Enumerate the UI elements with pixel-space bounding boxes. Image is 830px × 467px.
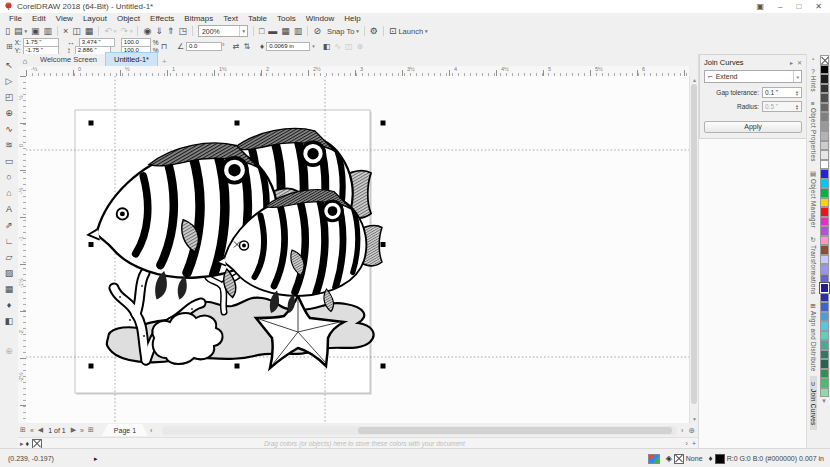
menu-help[interactable]: Help	[339, 14, 365, 23]
more-options-icon[interactable]: ⊕	[357, 42, 364, 51]
snap-to-button[interactable]: Snap To▾	[323, 25, 361, 37]
customize-toolbox-button[interactable]: ⊕	[1, 343, 17, 359]
gap-spinner[interactable]: ▲▼	[795, 90, 799, 96]
palette-swatch-46aa96[interactable]	[820, 340, 829, 350]
palette-swatch-1e1e96[interactable]	[820, 283, 829, 293]
palette-scroll-down-icon[interactable]: ▼	[821, 398, 827, 404]
wrap-text-icon[interactable]: ◧	[323, 42, 331, 51]
redo-caret[interactable]: ▾	[130, 28, 133, 34]
fill-none-swatch[interactable]	[674, 454, 684, 464]
palette-swatch-2222e6[interactable]	[820, 169, 829, 179]
palette-swatch-none[interactable]	[820, 55, 829, 65]
shape-tool[interactable]: ▷	[1, 73, 17, 89]
palette-swatch-b3b3b3[interactable]	[820, 131, 829, 141]
docker-tab-align-and-distribute[interactable]: ⊞Align and Distribute	[810, 298, 817, 376]
palette-swatch-000000[interactable]	[820, 65, 829, 75]
next-page-button[interactable]: ▶	[69, 426, 78, 434]
apply-button[interactable]: Apply	[704, 121, 802, 133]
palette-swatch-46a0dc[interactable]	[820, 312, 829, 322]
launch-caret[interactable]: ▾	[425, 28, 428, 34]
outline-width-caret[interactable]: ▾	[312, 43, 315, 49]
palette-swatch-f028c8[interactable]	[820, 217, 829, 227]
scroll-left-icon[interactable]: ‹	[148, 427, 154, 434]
outline-color-swatch[interactable]	[715, 454, 725, 464]
dimension-tool[interactable]: ⇗	[1, 217, 17, 233]
docpal-flyout-icon[interactable]: ▸	[18, 440, 26, 448]
horizontal-scroll-thumb[interactable]	[358, 427, 672, 434]
join-mode-select[interactable]: ⌐ Extend ▾	[704, 70, 802, 83]
color-profile-icon[interactable]	[648, 454, 660, 464]
cut-button[interactable]: ×	[61, 25, 70, 37]
vertical-scroll-thumb[interactable]	[691, 84, 697, 404]
palette-swatch-ffffff[interactable]	[820, 160, 829, 170]
mirror-vertical-icon[interactable]: ⇅	[243, 42, 250, 51]
ellipse-tool[interactable]: ○	[1, 169, 17, 185]
show-grid-button[interactable]: ▦	[279, 25, 292, 37]
weld-icon[interactable]: ◫	[345, 42, 353, 51]
tab-untitled-document[interactable]: Untitled-1*	[105, 52, 158, 66]
palette-swatch-8cdcaa[interactable]	[820, 388, 829, 398]
docker-pin-icon[interactable]: ▪	[812, 54, 814, 64]
tab-welcome-screen[interactable]: Welcome Screen	[32, 53, 105, 66]
search-content-button[interactable]: ◉	[141, 25, 153, 37]
account-icon[interactable]: ▣	[756, 2, 764, 11]
open-caret[interactable]: ▾	[24, 28, 27, 34]
options-button[interactable]: ⚙	[368, 25, 380, 37]
show-guidelines-button[interactable]: ▥	[292, 25, 305, 37]
export-button[interactable]: ⇑	[165, 25, 177, 37]
menu-edit[interactable]: Edit	[27, 14, 51, 23]
join-mode-caret[interactable]: ▾	[793, 71, 801, 82]
polygon-tool[interactable]: ⌂	[1, 185, 17, 201]
palette-swatch-c8c8fa[interactable]	[820, 255, 829, 265]
palette-swatch-8c5030[interactable]	[820, 245, 829, 255]
text-tool[interactable]: A	[1, 201, 17, 217]
menu-window[interactable]: Window	[301, 14, 339, 23]
add-page-before-button[interactable]: ⊞	[18, 426, 28, 434]
menu-effects[interactable]: Effects	[145, 14, 179, 23]
docpal-add-icon[interactable]: +	[690, 440, 698, 447]
palette-swatch-808080[interactable]	[820, 112, 829, 122]
palette-swatch-b450dc[interactable]	[820, 226, 829, 236]
palette-swatch-00c8f0[interactable]	[820, 179, 829, 189]
interactive-fill-tool[interactable]: ◧	[1, 313, 17, 329]
snap-to-caret[interactable]: ▾	[356, 28, 359, 34]
palette-swatch-2d2db4[interactable]	[820, 293, 829, 303]
palette-swatch-999999[interactable]	[820, 122, 829, 132]
color-eyedropper-tool[interactable]: ♦	[1, 297, 17, 313]
publish-to-pdf-button[interactable]: ◳	[176, 25, 189, 37]
palette-swatch-46be6e[interactable]	[820, 378, 829, 388]
palette-swatch-333333[interactable]	[820, 84, 829, 94]
palette-swatch-50c8e6[interactable]	[820, 321, 829, 331]
minimize-button[interactable]: –	[778, 2, 782, 11]
pan-zoom-icon[interactable]: ⊕	[685, 426, 698, 435]
palette-swatch-e6e6e6[interactable]	[820, 150, 829, 160]
docker-flyout-icon[interactable]: ▸	[790, 59, 793, 66]
zoom-tool[interactable]: ⊕	[1, 105, 17, 121]
redo-button[interactable]: ↷▾	[118, 25, 134, 37]
paste-button[interactable]: ▦	[83, 25, 96, 37]
rectangle-tool[interactable]: ▭	[1, 153, 17, 169]
docker-tab-hints[interactable]: ?Hints	[810, 64, 817, 96]
show-rulers-button[interactable]: ▬	[266, 25, 279, 37]
import-button[interactable]: ⇓	[153, 25, 165, 37]
palette-swatch-5ad2be[interactable]	[820, 331, 829, 341]
palette-swatch-286450[interactable]	[820, 359, 829, 369]
palette-swatch-4d4d4d[interactable]	[820, 93, 829, 103]
maximize-button[interactable]: □	[796, 2, 801, 11]
palette-swatch-666666[interactable]	[820, 103, 829, 113]
last-page-button[interactable]: »	[78, 427, 86, 434]
drawing-canvas[interactable]	[26, 76, 689, 423]
docker-tab-transformations[interactable]: ↻Transformations	[810, 232, 817, 299]
palette-swatch-00b43c[interactable]	[820, 188, 829, 198]
snap-off-button[interactable]: ⊘	[311, 25, 323, 37]
menu-file[interactable]: File	[4, 14, 27, 23]
undo-button[interactable]: ↶▾	[102, 25, 118, 37]
new-document-button[interactable]: ▯	[3, 25, 12, 37]
menu-table[interactable]: Table	[243, 14, 272, 23]
new-tab-button[interactable]: +	[162, 57, 167, 66]
docpal-no-color-swatch[interactable]	[32, 439, 42, 449]
docker-tab-object-properties[interactable]: ≡Object Properties	[810, 96, 817, 166]
menu-text[interactable]: Text	[218, 14, 243, 23]
gap-tolerance-field[interactable]: 0.1 "▲▼	[762, 87, 802, 98]
zoom-level-select[interactable]: 200%▾	[198, 25, 248, 37]
